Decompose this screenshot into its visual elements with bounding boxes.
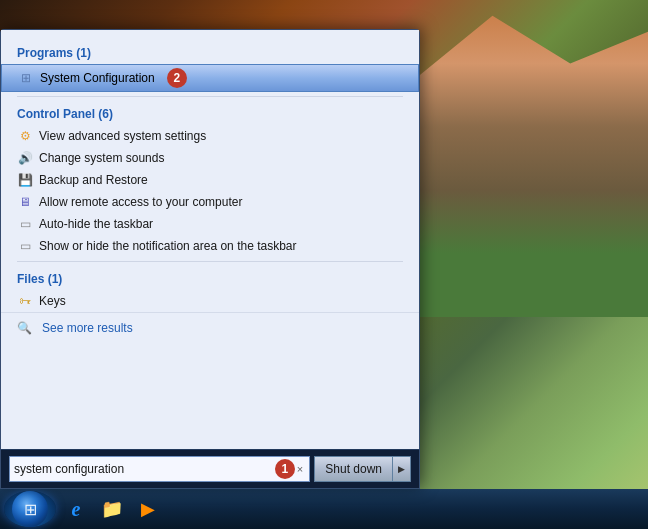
taskbar-label: Auto-hide the taskbar [39, 217, 153, 231]
keys-icon: 🗝 [17, 293, 33, 309]
taskbar-explorer-icon[interactable]: 📁 [96, 493, 128, 525]
search-results-panel: Programs (1) ⊞ System Configuration 2 Co… [1, 30, 419, 449]
backup-icon: 💾 [17, 172, 33, 188]
start-orb [12, 491, 48, 527]
files-section-header: Files (1) [1, 266, 419, 290]
result-system-configuration[interactable]: ⊞ System Configuration 2 [1, 64, 419, 92]
notify-label: Show or hide the notification area on th… [39, 239, 297, 253]
search-badge: 1 [275, 459, 295, 479]
see-more-label: See more results [42, 321, 133, 335]
divider-1 [17, 96, 403, 97]
control-panel-section-header: Control Panel (6) [1, 101, 419, 125]
start-menu: Programs (1) ⊞ System Configuration 2 Co… [0, 29, 420, 489]
search-input-wrapper[interactable]: 1 × [9, 456, 310, 482]
search-bar: 1 × Shut down ▶ [1, 449, 419, 488]
taskbar-ie-icon[interactable]: e [60, 493, 92, 525]
remote-label: Allow remote access to your computer [39, 195, 242, 209]
search-icon: 🔍 [17, 321, 32, 335]
shutdown-arrow-button[interactable]: ▶ [393, 456, 411, 482]
programs-section-header: Programs (1) [1, 40, 419, 64]
backup-label: Backup and Restore [39, 173, 148, 187]
search-clear-button[interactable]: × [295, 463, 305, 475]
taskbar-media-icon[interactable]: ▶ [132, 493, 164, 525]
result-keys[interactable]: 🗝 Keys [1, 290, 419, 312]
remote-icon: 🖥 [17, 194, 33, 210]
notify-icon: ▭ [17, 238, 33, 254]
result-taskbar[interactable]: ▭ Auto-hide the taskbar [1, 213, 419, 235]
advanced-settings-icon: ⚙ [17, 128, 33, 144]
sounds-icon: 🔊 [17, 150, 33, 166]
result-advanced-settings[interactable]: ⚙ View advanced system settings [1, 125, 419, 147]
divider-2 [17, 261, 403, 262]
start-button[interactable] [4, 491, 56, 527]
programs-badge: 2 [167, 68, 187, 88]
keys-label: Keys [39, 294, 66, 308]
result-notify[interactable]: ▭ Show or hide the notification area on … [1, 235, 419, 257]
taskbar: e 📁 ▶ [0, 489, 648, 529]
result-backup[interactable]: 💾 Backup and Restore [1, 169, 419, 191]
see-more-results[interactable]: 🔍 See more results [1, 312, 419, 343]
search-input[interactable] [14, 462, 269, 476]
result-sounds[interactable]: 🔊 Change system sounds [1, 147, 419, 169]
system-config-label: System Configuration [40, 71, 155, 85]
sounds-label: Change system sounds [39, 151, 164, 165]
system-config-icon: ⊞ [18, 70, 34, 86]
taskbar-icon-item: ▭ [17, 216, 33, 232]
advanced-settings-label: View advanced system settings [39, 129, 206, 143]
result-remote[interactable]: 🖥 Allow remote access to your computer [1, 191, 419, 213]
shutdown-button[interactable]: Shut down [314, 456, 393, 482]
